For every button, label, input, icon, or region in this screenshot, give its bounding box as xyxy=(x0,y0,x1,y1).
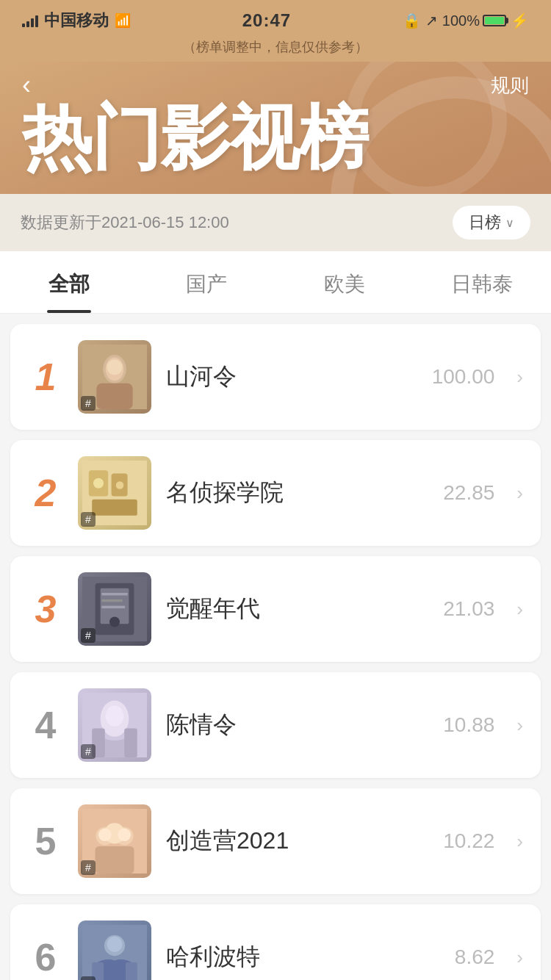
thumbnail: # xyxy=(78,572,151,646)
tab-domestic[interactable]: 国产 xyxy=(138,251,276,313)
chevron-right-icon: › xyxy=(516,598,523,621)
thumbnail: # xyxy=(78,456,151,530)
svg-point-29 xyxy=(118,828,131,841)
svg-point-20 xyxy=(106,706,124,727)
rules-button[interactable]: 规则 xyxy=(491,73,529,98)
svg-point-28 xyxy=(98,828,112,841)
lock-icon: 🔒 xyxy=(403,12,421,29)
item-score: 10.88 xyxy=(443,713,494,737)
svg-rect-33 xyxy=(126,962,137,980)
tab-asia[interactable]: 日韩泰 xyxy=(414,251,552,313)
item-title: 山河令 xyxy=(166,361,417,393)
svg-point-17 xyxy=(109,617,120,627)
chevron-right-icon: › xyxy=(516,830,523,853)
battery-container: 100% xyxy=(442,12,506,29)
chevron-right-icon: › xyxy=(516,946,523,969)
battery-percent: 100% xyxy=(442,12,480,29)
charging-icon: ⚡ xyxy=(511,12,529,29)
chevron-right-icon: › xyxy=(516,482,523,505)
table-row[interactable]: 1 # 山河令 100.00 › xyxy=(10,324,541,430)
item-title: 觉醒年代 xyxy=(166,593,428,625)
location-icon: ↗ xyxy=(425,12,438,29)
table-row[interactable]: 5 # 创造营2021 10.22 › xyxy=(10,788,541,894)
item-title: 创造营2021 xyxy=(166,825,428,857)
item-score: 8.62 xyxy=(455,945,495,969)
table-row[interactable]: 2 # 名侦探学院 22.85 › xyxy=(10,440,541,546)
thumb-inner: # xyxy=(78,340,151,414)
thumb-inner: # xyxy=(78,804,151,878)
chevron-right-icon: › xyxy=(516,714,523,737)
daily-selector-button[interactable]: 日榜 ∨ xyxy=(453,206,530,239)
item-score: 22.85 xyxy=(443,481,494,505)
item-title: 陈情令 xyxy=(166,709,428,741)
item-score: 10.22 xyxy=(443,829,494,853)
svg-point-34 xyxy=(107,937,122,952)
table-row[interactable]: 6 # 哈利波特 8.62 › xyxy=(10,904,541,980)
thumb-inner: # xyxy=(78,456,151,530)
thumbnail: # xyxy=(78,340,151,414)
rank-list: 1 # 山河令 100.00 › 2 xyxy=(0,314,551,980)
thumb-image xyxy=(82,920,147,980)
svg-rect-14 xyxy=(101,593,127,596)
daily-label: 日榜 xyxy=(469,212,501,234)
thumb-inner: # xyxy=(78,688,151,762)
hash-tag: # xyxy=(81,396,96,411)
chevron-right-icon: › xyxy=(516,366,523,389)
hash-tag: # xyxy=(81,512,96,527)
tab-all[interactable]: 全部 xyxy=(0,251,138,313)
status-bar: 中国移动 📶 20:47 🔒 ↗ 100% ⚡ xyxy=(0,0,551,37)
thumbnail: # xyxy=(78,688,151,762)
tab-western[interactable]: 欧美 xyxy=(276,251,414,313)
svg-rect-16 xyxy=(101,606,125,609)
battery-fill xyxy=(485,17,504,24)
svg-rect-8 xyxy=(92,500,137,516)
carrier-label: 中国移动 xyxy=(44,10,109,32)
clock: 20:47 xyxy=(242,10,291,31)
notice-text: （榜单调整中，信息仅供参考） xyxy=(183,40,368,54)
data-update-text: 数据更新于2021-06-15 12:00 xyxy=(21,212,229,234)
svg-point-9 xyxy=(93,478,104,489)
rank-number: 1 xyxy=(28,355,63,399)
thumbnail: # xyxy=(78,804,151,878)
thumbnail: # xyxy=(78,920,151,980)
thumb-inner: # xyxy=(78,920,151,980)
svg-rect-15 xyxy=(101,599,122,602)
table-row[interactable]: 4 # 陈情令 10.88 › xyxy=(10,672,541,778)
svg-rect-22 xyxy=(124,728,137,757)
svg-point-4 xyxy=(107,359,122,375)
item-score: 100.00 xyxy=(432,365,495,389)
hash-tag: # xyxy=(81,744,96,759)
item-score: 21.03 xyxy=(443,597,494,621)
notice-banner: （榜单调整中，信息仅供参考） xyxy=(0,37,551,62)
svg-point-10 xyxy=(116,481,124,489)
page-title: 热门影视榜 xyxy=(22,103,529,173)
hash-tag: # xyxy=(81,860,96,875)
category-tabs: 全部 国产 欧美 日韩泰 xyxy=(0,251,551,314)
header-section: ‹ 规则 热门影视榜 xyxy=(0,62,551,194)
status-left: 中国移动 📶 xyxy=(22,10,131,32)
data-update-bar: 数据更新于2021-06-15 12:00 日榜 ∨ xyxy=(0,194,551,251)
table-row[interactable]: 3 # 觉醒年代 21.03 › xyxy=(10,556,541,662)
rank-number: 5 xyxy=(28,819,63,863)
rank-number: 3 xyxy=(28,587,63,631)
header-top-row: ‹ 规则 xyxy=(22,72,529,98)
status-right: 🔒 ↗ 100% ⚡ xyxy=(403,12,529,29)
chevron-down-icon: ∨ xyxy=(505,216,514,230)
rank-number: 2 xyxy=(28,471,63,515)
item-title: 哈利波特 xyxy=(166,941,440,973)
back-button[interactable]: ‹ xyxy=(22,72,31,98)
wifi-icon: 📶 xyxy=(115,12,131,29)
thumb-inner: # xyxy=(78,572,151,646)
rank-number: 4 xyxy=(28,703,63,747)
battery-icon xyxy=(483,15,506,26)
svg-rect-3 xyxy=(96,383,132,409)
signal-icon xyxy=(22,14,38,27)
rank-number: 6 xyxy=(28,935,63,979)
item-title: 名侦探学院 xyxy=(166,477,428,509)
hash-tag: # xyxy=(81,628,96,643)
hash-tag: # xyxy=(81,976,96,980)
svg-rect-27 xyxy=(96,846,134,873)
